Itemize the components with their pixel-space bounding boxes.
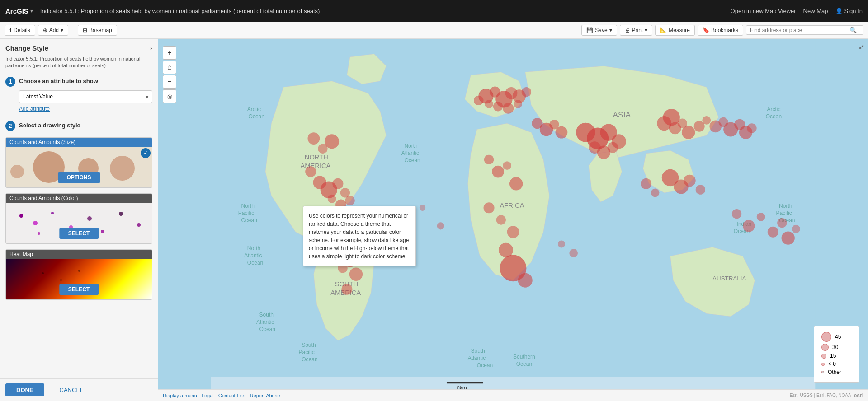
svg-point-73 <box>484 155 494 164</box>
map-area[interactable]: + ⌂ − ◎ ⤢ <box>158 39 868 401</box>
save-button[interactable]: 💾 Save ▾ <box>581 25 617 36</box>
style-card-heatmap[interactable]: Heat Map SELECT <box>5 249 152 300</box>
svg-point-112 <box>437 222 444 229</box>
zoom-out-button[interactable]: − <box>163 75 176 89</box>
add-attribute-link[interactable]: Add attribute <box>19 106 152 112</box>
selected-checkmark: ✓ <box>141 148 151 158</box>
basemap-icon: ⊞ <box>83 27 87 33</box>
svg-point-46 <box>503 103 514 114</box>
svg-point-94 <box>328 195 336 203</box>
svg-text:North: North <box>779 203 792 209</box>
attribute-select-wrapper: Latest Value <box>19 90 152 103</box>
svg-text:Ocean: Ocean <box>404 157 420 163</box>
style-card-size-header: Counts and Amounts (Size) <box>6 138 152 147</box>
arcgis-logo: ArcGIS ▾ <box>5 7 33 15</box>
print-icon: 🖨 <box>625 27 630 33</box>
style-card-color-body: SELECT <box>6 203 152 243</box>
measure-button[interactable]: 📐 Measure <box>655 25 695 36</box>
attribute-select[interactable]: Latest Value <box>19 90 152 103</box>
step-1-number: 1 <box>5 77 15 87</box>
style-card-heatmap-body: SELECT <box>6 259 152 299</box>
svg-point-74 <box>492 166 504 178</box>
svg-point-76 <box>509 177 523 190</box>
style-card-color-header: Counts and Amounts (Color) <box>6 194 152 203</box>
svg-point-109 <box>792 225 800 233</box>
home-button[interactable]: ⌂ <box>163 61 176 74</box>
select-button-color[interactable]: SELECT <box>59 228 99 239</box>
save-dropdown-icon: ▾ <box>609 27 612 33</box>
print-dropdown-icon: ▾ <box>645 27 647 33</box>
svg-text:Arctic: Arctic <box>767 106 780 112</box>
print-button[interactable]: 🖨 Print ▾ <box>620 25 653 36</box>
svg-point-62 <box>663 109 679 126</box>
svg-text:Ocean: Ocean <box>302 356 317 363</box>
add-icon: ⊕ <box>43 27 47 33</box>
legal-link[interactable]: Legal <box>202 393 214 398</box>
svg-point-114 <box>569 249 578 257</box>
svg-text:NORTH: NORTH <box>305 154 328 161</box>
user-icon: 👤 <box>835 8 843 14</box>
svg-point-59 <box>608 142 618 153</box>
style-card-size[interactable]: Counts and Amounts (Size) ✓ OPTIONS <box>5 137 152 188</box>
basemap-button[interactable]: ⊞ Basemap <box>78 25 117 36</box>
status-links: Legal Contact Esri Report Abuse <box>202 393 280 398</box>
esri-attribution: Esri, USGS | Esri, FAO, NOAA <box>790 393 851 398</box>
style-tooltip: Use colors to represent your numerical o… <box>303 206 416 266</box>
top-actions: Open in new Map Viewer New Map 👤 Sign In <box>731 8 863 14</box>
sign-in-link[interactable]: 👤 Sign In <box>835 8 863 14</box>
svg-text:North: North <box>404 143 417 149</box>
step-2-number: 2 <box>5 121 15 131</box>
legend-item-neg: < 0 <box>821 361 851 367</box>
select-button-heatmap[interactable]: SELECT <box>59 284 99 295</box>
new-map-link[interactable]: New Map <box>803 8 828 14</box>
svg-point-99 <box>684 175 696 187</box>
style-card-color[interactable]: Counts and Amounts (Color) SELECT <box>5 193 152 244</box>
change-style-panel: Change Style › Indicator 5.5.1: Proporti… <box>0 39 158 401</box>
toolbar: ℹ Details ⊕ Add ▾ ⊞ Basemap 💾 Save ▾ 🖨 P… <box>0 22 868 39</box>
svg-text:Ocean: Ocean <box>259 326 275 332</box>
svg-point-96 <box>345 196 354 205</box>
step-2-label: Select a drawing style <box>19 121 80 129</box>
add-button[interactable]: ⊕ Add ▾ <box>38 25 68 36</box>
panel-close-button[interactable]: › <box>150 43 152 53</box>
search-icon[interactable]: 🔍 <box>849 27 857 33</box>
bookmark-icon: 🔖 <box>703 27 709 33</box>
zoom-in-button[interactable]: + <box>163 46 176 60</box>
svg-text:South: South <box>471 348 485 354</box>
svg-text:Atlantic: Atlantic <box>401 150 419 156</box>
legend-item-15: 15 <box>821 353 851 359</box>
display-menu-button[interactable]: Display a menu <box>163 393 197 398</box>
legend-circle-15 <box>821 354 826 359</box>
legend-label-45: 45 <box>835 334 841 340</box>
panel-header: Change Style › <box>0 39 158 56</box>
open-new-viewer-link[interactable]: Open in new Map Viewer <box>731 8 796 14</box>
bookmarks-button[interactable]: 🔖 Bookmarks <box>698 25 743 36</box>
details-button[interactable]: ℹ Details <box>5 25 35 36</box>
search-input[interactable] <box>750 27 849 33</box>
svg-point-104 <box>743 220 755 232</box>
svg-text:South: South <box>302 342 316 348</box>
done-button[interactable]: DONE <box>5 383 44 396</box>
report-link[interactable]: Report Abuse <box>250 393 280 398</box>
svg-point-72 <box>747 123 756 133</box>
options-button[interactable]: OPTIONS <box>57 172 100 183</box>
svg-text:AUSTRALIA: AUSTRALIA <box>712 275 746 282</box>
svg-text:South: South <box>259 312 274 318</box>
location-button[interactable]: ◎ <box>163 89 176 103</box>
contact-link[interactable]: Contact Esri <box>218 393 245 398</box>
expand-icon[interactable]: ⤢ <box>859 42 864 51</box>
svg-point-107 <box>777 218 787 228</box>
style-card-size-body: ✓ OPTIONS <box>6 147 152 187</box>
panel-title: Change Style <box>5 44 48 52</box>
arcgis-dropdown-icon[interactable]: ▾ <box>30 8 33 14</box>
measure-icon: 📐 <box>660 27 667 33</box>
svg-point-103 <box>732 209 741 219</box>
cancel-button[interactable]: CANCEL <box>49 383 94 396</box>
svg-text:Southern: Southern <box>513 354 535 360</box>
svg-text:Ocean: Ocean <box>241 217 257 224</box>
arcgis-name: ArcGIS <box>5 7 28 15</box>
panel-footer: DONE CANCEL <box>0 378 158 401</box>
map-title: Indicator 5.5.1: Proportion of seats hel… <box>40 8 723 14</box>
svg-point-77 <box>484 202 495 213</box>
svg-point-79 <box>507 226 519 238</box>
